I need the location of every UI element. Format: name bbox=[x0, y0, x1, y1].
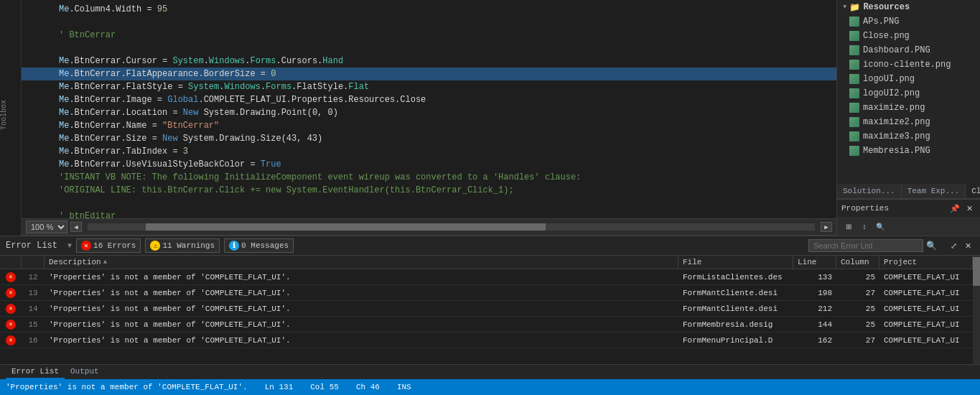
table-row[interactable]: ✕ 13 'Properties' is not a member of 'CO… bbox=[0, 285, 973, 301]
file-icon bbox=[849, 131, 860, 142]
properties-panel: Properties 📌 ✕ ⊞ ↕ 🔍 bbox=[837, 199, 980, 236]
code-line: Me.BtnCerrar.FlatStyle = System.Windows.… bbox=[22, 80, 836, 93]
file-tree-item[interactable]: maximize.png bbox=[837, 101, 980, 115]
props-alphabetical-btn[interactable]: ↕ bbox=[857, 219, 872, 233]
col-header-file[interactable]: File bbox=[678, 256, 793, 269]
warnings-badge[interactable]: ⚠ 11 Warnings bbox=[145, 238, 220, 253]
file-name: maximize.png bbox=[863, 103, 925, 113]
props-search-btn[interactable]: 🔍 bbox=[873, 219, 887, 233]
col-header-line[interactable]: Line bbox=[793, 256, 836, 269]
code-token: Global bbox=[167, 95, 198, 105]
error-panel-close-btn[interactable]: ✕ bbox=[961, 239, 974, 252]
file-tree-item[interactable]: maximize3.png bbox=[837, 129, 980, 144]
error-indicator: ✕ bbox=[6, 272, 16, 282]
error-table-vscroll[interactable] bbox=[973, 256, 980, 364]
scroll-left-btn[interactable]: ◀ bbox=[70, 222, 82, 232]
properties-label: Properties bbox=[841, 204, 889, 213]
zoom-select[interactable]: 100 % 75 % 150 % bbox=[26, 220, 67, 233]
code-token: 3 bbox=[183, 147, 188, 157]
row-num: 12 bbox=[22, 273, 45, 282]
bottom-tab[interactable]: Output bbox=[65, 365, 105, 379]
row-col: 27 bbox=[836, 289, 879, 297]
code-line: Me.Column4.Width = 95 bbox=[22, 3, 836, 16]
solution-tab[interactable]: Solution... bbox=[837, 184, 902, 198]
error-table[interactable]: Description ▲ File Line Column Project ✕… bbox=[0, 256, 973, 364]
error-indicator: ✕ bbox=[6, 288, 16, 298]
row-icon: ✕ bbox=[0, 304, 22, 314]
file-tree-item[interactable]: APs.PNG bbox=[837, 14, 980, 29]
code-token: . bbox=[245, 56, 250, 66]
file-tree-item[interactable]: icono-cliente.png bbox=[837, 57, 980, 72]
error-panel-dock-btn[interactable]: ⤢ bbox=[947, 239, 960, 252]
col-header-column[interactable]: Column bbox=[836, 256, 879, 269]
code-token: .BtnCerrar.Location = bbox=[69, 108, 182, 118]
code-token: . bbox=[219, 82, 224, 92]
right-panel: ▼ 📁 Resources APs.PNGClose.pngDashboard.… bbox=[836, 0, 980, 236]
col-header-project[interactable]: Project bbox=[879, 256, 973, 269]
file-icon bbox=[849, 145, 860, 157]
col-header-num[interactable] bbox=[22, 256, 45, 269]
code-area[interactable]: Me.Column4.Width = 95' BtnCerrarMe.BtnCe… bbox=[22, 0, 836, 218]
code-line bbox=[22, 42, 836, 55]
messages-badge[interactable]: ℹ 0 Messages bbox=[224, 238, 294, 253]
bottom-panel: Error List ▼ ✕ 16 Errors ⚠ 11 Warnings ℹ… bbox=[0, 236, 980, 379]
panel-controls: 📌 ✕ bbox=[948, 202, 976, 215]
row-num: 15 bbox=[22, 320, 45, 329]
solution-tab[interactable]: Team Exp... bbox=[902, 184, 966, 198]
row-file: FormMenuPrincipal.D bbox=[678, 336, 793, 345]
row-icon: ✕ bbox=[0, 335, 22, 345]
code-token: .BtnCerrar.TabIndex = bbox=[69, 147, 182, 157]
file-tree-item[interactable]: Membresia.PNG bbox=[837, 144, 980, 158]
filter-dropdown[interactable]: ▼ bbox=[67, 242, 72, 250]
file-name: Close.png bbox=[863, 31, 910, 41]
scroll-right-btn[interactable]: ▶ bbox=[821, 222, 832, 232]
solution-tabs: Solution...Team Exp...Class View bbox=[837, 184, 980, 199]
file-tree-item[interactable]: logoUI2.png bbox=[837, 86, 980, 101]
search-error-input[interactable] bbox=[808, 239, 923, 252]
code-line: ' btnEditar bbox=[22, 210, 836, 218]
status-ln: Ln 131 bbox=[265, 383, 294, 391]
row-num: 14 bbox=[22, 305, 45, 313]
bottom-tab[interactable]: Error List bbox=[6, 365, 65, 379]
file-tree-item[interactable]: logoUI.png bbox=[837, 72, 980, 86]
properties-header: Properties 📌 ✕ bbox=[837, 200, 980, 217]
code-token: Me bbox=[59, 108, 69, 118]
close-properties-button[interactable]: ✕ bbox=[963, 202, 976, 215]
row-num: 13 bbox=[22, 289, 45, 297]
file-tree-item[interactable]: Close.png bbox=[837, 29, 980, 43]
file-name: Membresia.PNG bbox=[863, 146, 930, 156]
row-desc: 'Properties' is not a member of 'COMPLET… bbox=[45, 289, 678, 297]
file-tree-item[interactable]: Dashboard.PNG bbox=[837, 43, 980, 57]
pin-button[interactable]: 📌 bbox=[948, 202, 961, 215]
file-icon bbox=[849, 59, 860, 70]
code-line: Me.BtnCerrar.Image = Global.COMPLETE_FLA… bbox=[22, 93, 836, 106]
row-proj: COMPLETE_FLAT_UI bbox=[879, 273, 973, 282]
col-header-desc[interactable]: Description ▲ bbox=[45, 256, 678, 269]
status-col: Col 55 bbox=[310, 383, 339, 391]
file-icon bbox=[849, 30, 860, 42]
table-row[interactable]: ✕ 14 'Properties' is not a member of 'CO… bbox=[0, 301, 973, 317]
errors-badge[interactable]: ✕ 16 Errors bbox=[76, 238, 141, 253]
code-token: Me bbox=[59, 121, 69, 131]
col-header-check[interactable] bbox=[0, 256, 22, 269]
code-token: Forms bbox=[250, 56, 276, 66]
props-categorized-btn[interactable]: ⊞ bbox=[841, 219, 856, 233]
code-token: Me bbox=[59, 69, 69, 79]
errors-count: 16 Errors bbox=[93, 241, 136, 250]
file-icon bbox=[849, 116, 860, 128]
resources-folder[interactable]: ▼ 📁 Resources bbox=[837, 0, 980, 14]
bottom-tabs: Error ListOutput bbox=[0, 364, 980, 379]
table-row[interactable]: ✕ 12 'Properties' is not a member of 'CO… bbox=[0, 269, 973, 285]
error-indicator: ✕ bbox=[6, 304, 16, 314]
file-tree-item[interactable]: maximize2.png bbox=[837, 115, 980, 129]
status-message: 'Properties' is not a member of 'COMPLET… bbox=[6, 383, 248, 391]
file-name: logoUI2.png bbox=[863, 88, 920, 98]
row-line: 133 bbox=[793, 273, 836, 282]
table-row[interactable]: ✕ 15 'Properties' is not a member of 'CO… bbox=[0, 317, 973, 333]
code-editor[interactable]: Me.Column4.Width = 95' BtnCerrarMe.BtnCe… bbox=[22, 0, 836, 236]
table-row[interactable]: ✕ 16 'Properties' is not a member of 'CO… bbox=[0, 333, 973, 348]
messages-count: 0 Messages bbox=[241, 241, 289, 250]
code-token: Me bbox=[59, 56, 69, 66]
solution-tab[interactable]: Class View bbox=[966, 184, 980, 198]
row-proj: COMPLETE_FLAT_UI bbox=[879, 289, 973, 297]
